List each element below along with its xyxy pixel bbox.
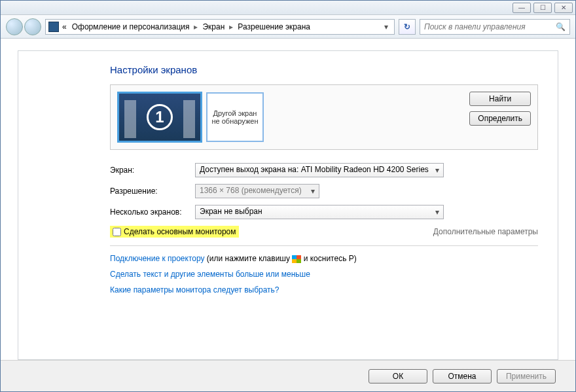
primary-row: Сделать основным монитором Дополнительны… xyxy=(110,226,538,238)
help-links: Подключение к проектору (или нажмите кла… xyxy=(110,254,538,294)
content-outer: Настройки экранов 1 Другой экран не обна… xyxy=(1,39,575,360)
make-primary-checkbox[interactable]: Сделать основным монитором xyxy=(110,226,239,238)
apply-button[interactable]: Применить xyxy=(497,369,556,383)
chevron-right-icon: ▸ xyxy=(228,22,234,31)
address-dropdown-icon[interactable]: ▾ xyxy=(381,22,391,31)
search-icon[interactable]: 🔍 xyxy=(556,22,566,31)
divider xyxy=(110,245,538,246)
control-panel-icon xyxy=(48,22,59,32)
identify-button[interactable]: Определить xyxy=(469,111,531,126)
monitor-thumb-icon xyxy=(183,100,195,138)
make-primary-label: Сделать основным монитором xyxy=(124,227,236,236)
window: — ☐ ✕ « Оформление и персонализация ▸ Эк… xyxy=(0,0,576,392)
address-bar[interactable]: « Оформление и персонализация ▸ Экран ▸ … xyxy=(45,19,395,35)
preview-buttons: Найти Определить xyxy=(469,92,531,126)
forward-button[interactable] xyxy=(24,18,41,35)
monitor-thumb-icon xyxy=(124,100,136,138)
resolution-select[interactable]: 1366 × 768 (рекомендуется) xyxy=(195,184,319,198)
close-button[interactable]: ✕ xyxy=(554,3,573,13)
multi-select[interactable]: Экран не выбран xyxy=(195,205,444,219)
windows-key-icon xyxy=(292,255,301,263)
display-preview-area[interactable]: 1 Другой экран не обнаружен xyxy=(117,92,264,143)
refresh-button[interactable]: ↻ xyxy=(399,19,416,35)
find-button[interactable]: Найти xyxy=(469,92,531,106)
screen-label: Экран: xyxy=(110,166,195,175)
screen-select[interactable]: Доступен выход экрана на: ATI Mobility R… xyxy=(195,163,444,177)
monitor-not-detected[interactable]: Другой экран не обнаружен xyxy=(206,92,264,142)
projector-row: Подключение к проектору (или нажмите кла… xyxy=(110,254,538,263)
breadcrumb-prefix: « xyxy=(60,22,69,31)
breadcrumb-item[interactable]: Экран xyxy=(200,22,226,31)
advanced-settings-link[interactable]: Дополнительные параметры xyxy=(433,227,538,236)
page-title: Настройки экранов xyxy=(110,64,538,75)
text-size-link[interactable]: Сделать текст и другие элементы больше и… xyxy=(110,270,538,279)
projector-hint-pre: (или нажмите клавишу xyxy=(207,254,293,263)
content-panel: Настройки экранов 1 Другой экран не обна… xyxy=(18,50,558,360)
breadcrumb-item[interactable]: Разрешение экрана xyxy=(236,22,312,31)
maximize-button[interactable]: ☐ xyxy=(533,3,552,13)
projector-link[interactable]: Подключение к проектору xyxy=(110,254,205,263)
search-input[interactable] xyxy=(424,22,556,31)
monitor-1[interactable]: 1 xyxy=(117,92,202,143)
cancel-button[interactable]: Отмена xyxy=(433,369,492,383)
projector-hint-post: и коснитесь P) xyxy=(304,254,357,263)
ok-button[interactable]: ОК xyxy=(369,369,427,383)
settings-form: Экран: Доступен выход экрана на: ATI Mob… xyxy=(110,163,538,219)
back-button[interactable] xyxy=(6,18,23,35)
make-primary-input[interactable] xyxy=(113,228,121,236)
which-settings-link[interactable]: Какие параметры монитора следует выбрать… xyxy=(110,285,538,294)
dialog-buttons: ОК Отмена Применить xyxy=(1,360,575,391)
multi-label: Несколько экранов: xyxy=(110,207,195,217)
minimize-button[interactable]: — xyxy=(513,3,531,13)
search-box[interactable]: 🔍 xyxy=(420,19,570,35)
breadcrumb-item[interactable]: Оформление и персонализация xyxy=(70,22,192,31)
titlebar: — ☐ ✕ xyxy=(1,1,575,15)
resolution-label: Разрешение: xyxy=(110,187,195,196)
navbar: « Оформление и персонализация ▸ Экран ▸ … xyxy=(1,15,575,39)
monitor-number: 1 xyxy=(147,104,173,130)
chevron-right-icon: ▸ xyxy=(192,22,199,31)
display-preview: 1 Другой экран не обнаружен Найти Опреде… xyxy=(110,84,538,150)
nav-back-forward xyxy=(6,18,41,35)
